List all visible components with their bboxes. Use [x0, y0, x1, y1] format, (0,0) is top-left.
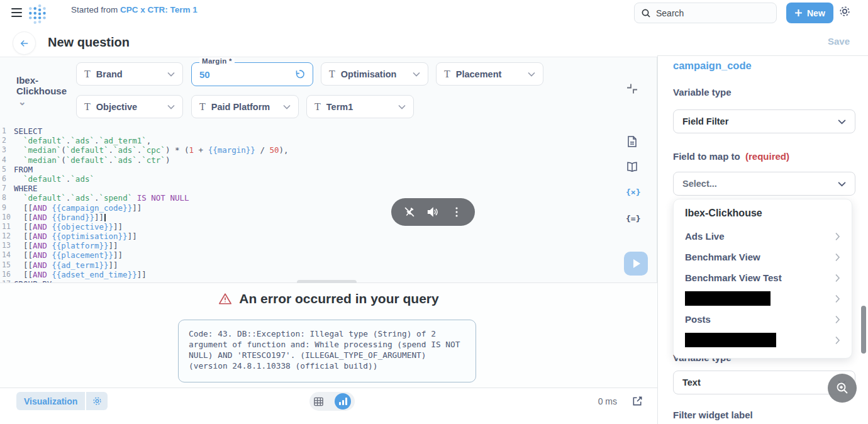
code-line[interactable]: 5FROM [0, 165, 657, 174]
chevron-down-icon [283, 104, 291, 109]
query-editor-pane: Ibex-Clickhouse⌄ T Brand Margin * T Opti… [0, 57, 657, 424]
redaction-bar [685, 291, 771, 306]
code-line[interactable]: 13 [[AND {{platform}}]] [0, 241, 657, 250]
text-filter-icon: T [199, 101, 206, 113]
database-selector[interactable]: Ibex-Clickhouse⌄ [16, 75, 67, 107]
field-group-label: Posts [685, 314, 711, 325]
table-view-icon[interactable] [313, 396, 324, 407]
question-header: New question Save [0, 28, 868, 57]
save-button[interactable]: Save [828, 36, 850, 47]
code-line[interactable]: 3 `median`(`default`.`ads`.`cpc`) * (1 +… [0, 145, 657, 155]
filter-label: Brand [96, 69, 162, 79]
code-line[interactable]: 16 [[AND {{adset_end_time}}]] [0, 270, 657, 279]
variables-icon[interactable]: {×} [626, 186, 638, 199]
sidebar-scrollbar-thumb[interactable] [861, 306, 866, 354]
back-button[interactable] [13, 31, 36, 55]
magnifier-plus-icon [835, 381, 850, 396]
more-options-kebab-icon[interactable] [450, 205, 464, 219]
field-picker-popup: Ibex-Clickhouse Ads LiveBenchmark ViewBe… [673, 199, 852, 359]
chevron-right-icon [835, 294, 840, 303]
database-name: Ibex-Clickhouse [16, 75, 67, 96]
filter-widget-paid-platform[interactable]: T Paid Platform [191, 95, 299, 118]
search-input[interactable] [656, 8, 757, 18]
reset-filter-icon[interactable] [294, 69, 305, 80]
line-number: 8 [0, 193, 14, 203]
filter-widget-term1[interactable]: T Term1 [306, 95, 414, 118]
code-text: [[AND {{placement}}]] [14, 250, 657, 260]
code-line[interactable]: 11 [[AND {{objective}}]] [0, 222, 657, 232]
required-badge: (required) [745, 151, 789, 162]
code-line[interactable]: 9 [[AND {{campaign_code}}]] [0, 203, 657, 213]
new-button[interactable]: New [786, 3, 833, 23]
filter-widget-objective[interactable]: T Objective [76, 95, 183, 118]
chevron-down-icon [167, 72, 175, 77]
line-number: 2 [0, 136, 14, 145]
line-number: 16 [0, 270, 14, 279]
variable-type-label: Variable type [673, 87, 732, 98]
settings-gear-icon[interactable] [838, 4, 852, 18]
chevron-down-icon [413, 72, 420, 77]
popup-database-title: Ibex-Clickhouse [685, 208, 840, 219]
field-select-placeholder: Select... [682, 179, 838, 189]
sql-editor[interactable]: 1SELECT2 `default`.`ads`.`ad_term1`,3 `m… [0, 123, 657, 282]
hamburger-menu-icon[interactable] [11, 8, 22, 17]
field-group-item[interactable]: Benchmark View Test [685, 267, 840, 288]
code-line[interactable]: 8 `default`.`ads`.`spend` IS NOT NULL [0, 193, 657, 203]
new-button-label: New [807, 8, 825, 18]
line-number: 5 [0, 165, 14, 174]
margin-value-input[interactable] [199, 69, 294, 80]
code-line[interactable]: 7WHERE [0, 184, 657, 193]
volume-icon[interactable] [426, 205, 440, 219]
line-number: 13 [0, 241, 14, 250]
metabase-logo-icon[interactable] [28, 3, 49, 25]
visualization-button[interactable]: Visualization [16, 392, 85, 410]
code-line[interactable]: 14 [[AND {{placement}}]] [0, 250, 657, 260]
chevron-right-icon [835, 253, 840, 262]
filter-label: Optimisation [341, 69, 407, 79]
code-line[interactable]: 1SELECT [0, 126, 657, 136]
code-line[interactable]: 15 [[AND {{ad_term1}}]] [0, 260, 657, 270]
search-bar[interactable] [634, 3, 777, 23]
field-group-label: Benchmark View [685, 252, 760, 262]
chart-view-toggle[interactable] [335, 393, 351, 410]
code-line[interactable]: 2 `default`.`ads`.`ad_term1`, [0, 136, 657, 145]
margin-floating-label: Margin * [199, 57, 235, 65]
code-text: [[AND {{ad_term1}}]] [14, 260, 657, 270]
code-line[interactable]: 4 `median`(`default`.`ads`.`ctr`) [0, 155, 657, 165]
breadcrumb-question-link[interactable]: CPC x CTR: Term 1 [120, 5, 198, 14]
chevron-down-icon [838, 119, 846, 125]
run-query-button[interactable] [624, 252, 648, 276]
field-group-item[interactable]: Ads Live [685, 226, 840, 247]
field-to-map-label: Field to map to (required) [673, 151, 789, 162]
text-filter-icon: T [84, 69, 91, 80]
field-group-item[interactable]: Posts [685, 309, 840, 330]
filter-widget-brand[interactable]: T Brand [76, 62, 183, 86]
back-arrow-icon [19, 38, 30, 49]
text-filter-icon: T [84, 101, 91, 113]
code-text: [[AND {{platform}}]] [14, 241, 657, 250]
line-number: 10 [0, 213, 14, 222]
line-number: 15 [0, 260, 14, 270]
top-nav-bar: Started from CPC x CTR: Term 1 New [0, 0, 868, 28]
variable-type-select[interactable]: Field Filter [673, 109, 855, 133]
filter-widget-margin[interactable]: Margin * [191, 62, 313, 86]
external-link-icon[interactable] [632, 395, 643, 407]
visualization-settings-button[interactable] [86, 392, 108, 410]
field-group-item-redacted[interactable] [685, 288, 840, 309]
code-line[interactable]: 6 `default`.`ads` [0, 174, 657, 184]
code-line[interactable]: 10 [[AND {{brand}}]] [0, 213, 657, 222]
field-group-item-redacted[interactable] [685, 330, 840, 350]
snippets-icon[interactable]: {=} [626, 213, 638, 225]
field-to-map-select[interactable]: Select... [673, 172, 855, 196]
code-text: SELECT [14, 126, 657, 136]
filter-widget-optimisation[interactable]: T Optimisation [321, 62, 428, 86]
reference-book-icon[interactable] [626, 160, 638, 173]
field-group-item[interactable]: Benchmark View [685, 247, 840, 267]
code-line[interactable]: 12 [[AND {{optimisation}}]] [0, 232, 657, 241]
text-filter-icon: T [444, 69, 450, 80]
code-text: [[AND {{brand}}]] [14, 213, 657, 222]
pin-off-icon[interactable] [403, 205, 416, 219]
filter-widget-placement[interactable]: T Placement [436, 62, 543, 86]
data-reference-icon[interactable] [626, 135, 638, 148]
collapse-editor-icon[interactable] [625, 81, 640, 96]
